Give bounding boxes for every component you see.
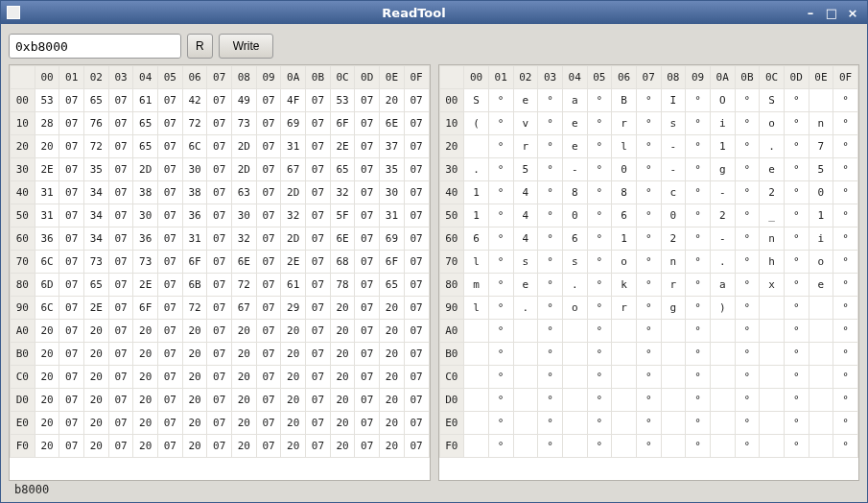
cell[interactable]: ° — [735, 297, 760, 320]
cell[interactable]: ° — [538, 112, 563, 135]
cell[interactable]: ° — [587, 251, 612, 274]
cell[interactable]: 07 — [158, 135, 183, 158]
cell[interactable]: 53 — [35, 89, 59, 112]
cell[interactable]: ° — [833, 135, 858, 158]
cell[interactable]: 07 — [158, 228, 183, 251]
cell[interactable]: 4 — [513, 204, 538, 228]
cell[interactable]: 07 — [404, 135, 429, 158]
cell[interactable]: ° — [686, 89, 711, 112]
cell[interactable]: 6F — [133, 297, 158, 320]
cell[interactable]: ° — [538, 389, 563, 412]
cell[interactable]: 07 — [207, 228, 232, 251]
cell[interactable]: 20 — [133, 366, 158, 389]
cell[interactable]: 07 — [355, 89, 380, 112]
cell[interactable]: 07 — [256, 228, 281, 251]
cell[interactable]: 07 — [158, 297, 183, 320]
cell[interactable]: 30 — [133, 204, 158, 228]
col-header[interactable]: 04 — [133, 66, 158, 89]
cell[interactable]: ° — [686, 181, 711, 204]
cell[interactable] — [661, 389, 686, 412]
cell[interactable]: - — [562, 158, 587, 181]
cell[interactable]: ° — [784, 435, 809, 458]
cell[interactable]: 20 — [35, 320, 59, 343]
cell[interactable]: 30 — [380, 181, 405, 204]
cell[interactable]: ° — [488, 320, 513, 343]
cell[interactable]: o — [562, 297, 587, 320]
cell[interactable]: 07 — [306, 158, 331, 181]
cell[interactable] — [760, 435, 785, 458]
cell[interactable]: 07 — [256, 412, 281, 435]
cell[interactable]: 07 — [108, 89, 133, 112]
cell[interactable]: m — [464, 274, 489, 297]
cell[interactable]: ° — [636, 89, 661, 112]
cell[interactable]: ° — [488, 251, 513, 274]
address-input[interactable] — [10, 35, 181, 58]
cell[interactable]: ° — [784, 112, 809, 135]
cell[interactable]: n — [809, 112, 833, 135]
cell[interactable]: 65 — [133, 135, 158, 158]
cell[interactable]: ° — [538, 89, 563, 112]
cell[interactable]: 07 — [306, 135, 331, 158]
cell[interactable]: 6C — [35, 297, 59, 320]
minimize-icon[interactable]: – — [802, 6, 819, 20]
col-header[interactable]: 0A — [281, 66, 306, 89]
cell[interactable]: ° — [833, 435, 858, 458]
row-header[interactable]: 70 — [11, 251, 35, 274]
cell[interactable] — [464, 320, 489, 343]
cell[interactable]: 6B — [182, 274, 207, 297]
cell[interactable]: ° — [735, 366, 760, 389]
col-header[interactable]: 07 — [636, 66, 661, 89]
row-header[interactable]: 80 — [439, 274, 464, 297]
cell[interactable]: ° — [488, 228, 513, 251]
cell[interactable]: 20 — [281, 320, 306, 343]
cell[interactable]: 31 — [380, 204, 405, 228]
cell[interactable]: 20 — [281, 435, 306, 458]
cell[interactable]: s — [562, 251, 587, 274]
cell[interactable]: 07 — [306, 412, 331, 435]
cell[interactable]: ° — [538, 181, 563, 204]
cell[interactable]: ° — [587, 274, 612, 297]
col-header[interactable]: 0E — [809, 66, 833, 89]
cell[interactable]: 07 — [404, 89, 429, 112]
cell[interactable]: 4F — [281, 89, 306, 112]
cell[interactable]: 07 — [404, 435, 429, 458]
col-header[interactable]: 09 — [256, 66, 281, 89]
cell[interactable]: 07 — [158, 320, 183, 343]
refresh-button[interactable]: R — [187, 34, 213, 59]
cell[interactable]: 31 — [35, 204, 59, 228]
cell[interactable]: ° — [833, 320, 858, 343]
cell[interactable] — [809, 320, 833, 343]
cell[interactable] — [513, 320, 538, 343]
cell[interactable]: 20 — [84, 435, 109, 458]
cell[interactable]: 6E — [330, 228, 355, 251]
cell[interactable] — [464, 412, 489, 435]
cell[interactable]: 07 — [59, 274, 84, 297]
cell[interactable]: ° — [686, 343, 711, 366]
cell[interactable]: 20 — [380, 389, 405, 412]
cell[interactable]: 07 — [404, 251, 429, 274]
cell[interactable]: 07 — [207, 89, 232, 112]
cell[interactable]: 38 — [133, 181, 158, 204]
row-header[interactable]: F0 — [11, 435, 35, 458]
cell[interactable]: ° — [735, 89, 760, 112]
cell[interactable]: 20 — [380, 89, 405, 112]
cell[interactable]: ° — [538, 204, 563, 228]
cell[interactable]: 1 — [612, 228, 637, 251]
cell[interactable]: 07 — [108, 320, 133, 343]
cell[interactable]: 32 — [281, 204, 306, 228]
cell[interactable]: 07 — [158, 89, 183, 112]
cell[interactable]: 07 — [404, 204, 429, 228]
write-button[interactable]: Write — [219, 34, 274, 59]
col-header[interactable]: 09 — [686, 66, 711, 89]
cell[interactable]: 07 — [256, 181, 281, 204]
cell[interactable] — [661, 343, 686, 366]
cell[interactable] — [661, 412, 686, 435]
cell[interactable]: 20 — [133, 343, 158, 366]
cell[interactable]: ° — [587, 343, 612, 366]
row-header[interactable]: 50 — [11, 204, 35, 228]
cell[interactable]: s — [661, 112, 686, 135]
cell[interactable]: ° — [735, 435, 760, 458]
cell[interactable]: 20 — [35, 135, 59, 158]
cell[interactable]: 61 — [133, 89, 158, 112]
cell[interactable]: 0 — [809, 181, 833, 204]
